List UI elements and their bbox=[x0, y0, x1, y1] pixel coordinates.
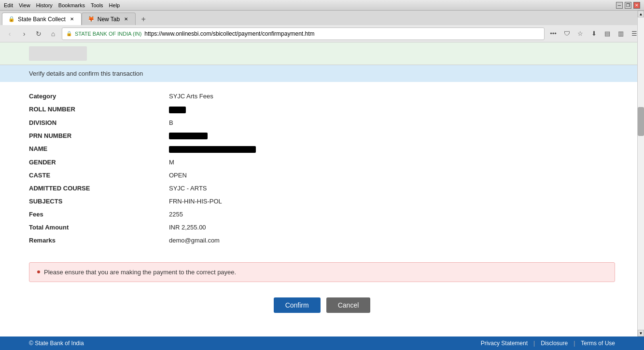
verify-text: Verify details and confirm this transact… bbox=[29, 70, 143, 77]
footer-sep2: | bbox=[574, 340, 575, 347]
label-caste: CASTE bbox=[29, 172, 169, 179]
detail-row-admitted-course: ADMITTED COURSE SYJC - ARTS bbox=[29, 182, 615, 195]
label-gender: GENDER bbox=[29, 159, 169, 166]
value-category: SYJC Arts Fees bbox=[169, 93, 615, 100]
detail-row-fees: Fees 2255 bbox=[29, 208, 615, 221]
detail-row-subjects: SUBJECTS FRN-HIN-HIS-POL bbox=[29, 195, 615, 208]
footer-copyright: © State Bank of India bbox=[29, 340, 84, 347]
back-button[interactable]: ‹ bbox=[4, 28, 15, 40]
verify-bar: Verify details and confirm this transact… bbox=[0, 65, 644, 82]
tab-bar: 🔒 State Bank Collect ✕ 🦊 New Tab ✕ + bbox=[0, 11, 644, 25]
download-button[interactable]: ⬇ bbox=[588, 28, 600, 40]
details-section: Category SYJC Arts Fees ROLL NUMBER DIVI… bbox=[0, 82, 644, 255]
value-gender: M bbox=[169, 159, 615, 166]
title-bar: Edit View History Bookmarks Tools Help ─… bbox=[0, 0, 644, 11]
cancel-button[interactable]: Cancel bbox=[326, 297, 371, 313]
footer-links: Privacy Statement | Disclosure | Terms o… bbox=[481, 340, 615, 347]
menu-view[interactable]: View bbox=[19, 2, 30, 8]
address-bar[interactable]: 🔒 STATE BANK OF INDIA (IN) https://www.o… bbox=[62, 27, 545, 40]
scrollbar-down-arrow[interactable]: ▼ bbox=[638, 330, 644, 337]
label-remarks: Remarks bbox=[29, 237, 169, 244]
tab-state-bank-collect[interactable]: 🔒 State Bank Collect ✕ bbox=[2, 13, 82, 25]
shield-button[interactable]: 🛡 bbox=[561, 28, 573, 40]
menu-edit[interactable]: Edit bbox=[4, 2, 13, 8]
value-name bbox=[169, 145, 615, 153]
value-remarks: demo@gmail.com bbox=[169, 237, 615, 244]
detail-row-division: DIVISION B bbox=[29, 116, 615, 129]
label-roll-number: ROLL NUMBER bbox=[29, 106, 169, 113]
sbi-logo bbox=[29, 46, 87, 61]
tab2-favicon: 🦊 bbox=[88, 16, 95, 22]
label-division: DIVISION bbox=[29, 119, 169, 126]
label-prn-number: PRN NUMBER bbox=[29, 132, 169, 140]
menu-history[interactable]: History bbox=[36, 2, 53, 8]
detail-row-prn-number: PRN NUMBER bbox=[29, 129, 615, 143]
menu-help[interactable]: Help bbox=[109, 2, 120, 8]
ssl-label: STATE BANK OF INDIA (IN) bbox=[75, 31, 141, 37]
tab-new-tab[interactable]: 🦊 New Tab ✕ bbox=[82, 13, 136, 25]
lock-icon: 🔒 bbox=[66, 31, 72, 36]
restore-button[interactable]: ❐ bbox=[625, 2, 631, 9]
menu-bookmarks[interactable]: Bookmarks bbox=[58, 2, 85, 8]
url-text: https://www.onlinesbi.com/sbicollect/pay… bbox=[144, 30, 540, 37]
value-caste: OPEN bbox=[169, 172, 615, 179]
tab1-favicon: 🔒 bbox=[8, 16, 15, 22]
scrollbar-thumb[interactable] bbox=[638, 107, 644, 136]
scrollbar-up-arrow[interactable]: ▲ bbox=[638, 11, 644, 17]
value-admitted-course: SYJC - ARTS bbox=[169, 185, 615, 192]
tab1-label: State Bank Collect bbox=[18, 16, 66, 23]
detail-row-remarks: Remarks demo@gmail.com bbox=[29, 234, 615, 247]
detail-row-category: Category SYJC Arts Fees bbox=[29, 90, 615, 103]
page-content: Verify details and confirm this transact… bbox=[0, 42, 644, 340]
sbi-header bbox=[0, 42, 644, 65]
ssl-badge: STATE BANK OF INDIA (IN) bbox=[75, 31, 141, 37]
menu-bar: Edit View History Bookmarks Tools Help bbox=[4, 2, 120, 8]
more-tools-button[interactable]: ••• bbox=[547, 28, 559, 40]
label-category: Category bbox=[29, 93, 169, 100]
scrollbar[interactable]: ▲ ▼ bbox=[637, 11, 644, 337]
menu-tools[interactable]: Tools bbox=[91, 2, 103, 8]
forward-button[interactable]: › bbox=[18, 28, 30, 40]
footer-sep1: | bbox=[533, 340, 535, 347]
detail-row-caste: CASTE OPEN bbox=[29, 169, 615, 182]
home-button[interactable]: ⌂ bbox=[47, 28, 59, 40]
roll-number-redacted bbox=[169, 107, 186, 113]
value-prn-number bbox=[169, 132, 615, 140]
nav-tools: ••• 🛡 ☆ ⬇ ▤ ▥ ☰ bbox=[547, 28, 640, 40]
value-division: B bbox=[169, 119, 615, 126]
warning-box: Please ensure that you are making the pa… bbox=[29, 262, 615, 282]
minimize-button[interactable]: ─ bbox=[616, 2, 623, 9]
value-fees: 2255 bbox=[169, 211, 615, 218]
tab1-close[interactable]: ✕ bbox=[69, 16, 75, 23]
navigation-bar: ‹ › ↻ ⌂ 🔒 STATE BANK OF INDIA (IN) https… bbox=[0, 25, 644, 42]
prn-number-redacted bbox=[169, 133, 208, 139]
label-subjects: SUBJECTS bbox=[29, 198, 169, 205]
new-tab-button[interactable]: + bbox=[138, 13, 149, 25]
warning-text: Please ensure that you are making the pa… bbox=[44, 269, 236, 276]
window-controls: ─ ❐ ✕ bbox=[616, 2, 640, 9]
close-button[interactable]: ✕ bbox=[633, 2, 640, 9]
detail-row-gender: GENDER M bbox=[29, 156, 615, 169]
sidebar-button[interactable]: ▥ bbox=[615, 28, 627, 40]
footer-terms[interactable]: Terms of Use bbox=[581, 340, 615, 347]
name-redacted bbox=[169, 146, 256, 153]
tab2-label: New Tab bbox=[98, 16, 120, 23]
label-name: NAME bbox=[29, 145, 169, 153]
label-fees: Fees bbox=[29, 211, 169, 218]
reload-button[interactable]: ↻ bbox=[33, 28, 44, 40]
value-total-amount: INR 2,255.00 bbox=[169, 224, 615, 231]
value-roll-number bbox=[169, 106, 615, 113]
label-admitted-course: ADMITTED COURSE bbox=[29, 185, 169, 192]
footer-disclosure[interactable]: Disclosure bbox=[541, 340, 568, 347]
library-button[interactable]: ▤ bbox=[602, 28, 613, 40]
confirm-button[interactable]: Confirm bbox=[274, 297, 321, 313]
footer-privacy[interactable]: Privacy Statement bbox=[481, 340, 528, 347]
buttons-row: Confirm Cancel bbox=[0, 290, 644, 321]
value-subjects: FRN-HIN-HIS-POL bbox=[169, 198, 615, 205]
label-total-amount: Total Amount bbox=[29, 224, 169, 231]
page-footer: © State Bank of India Privacy Statement … bbox=[0, 337, 644, 350]
bookmark-button[interactable]: ☆ bbox=[574, 28, 586, 40]
warning-dot-icon bbox=[37, 270, 40, 273]
detail-row-name: NAME bbox=[29, 142, 615, 156]
tab2-close[interactable]: ✕ bbox=[123, 16, 129, 23]
